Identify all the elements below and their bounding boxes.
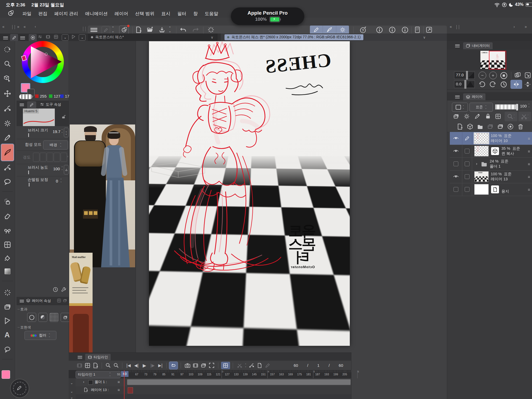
- balloon-tool-icon[interactable]: [4, 346, 11, 353]
- cel-mark-icon[interactable]: [207, 363, 215, 368]
- text-tool-icon[interactable]: A: [5, 331, 10, 339]
- draft-layer-icon[interactable]: [474, 113, 480, 119]
- layer-opacity-spinner[interactable]: ⌃⌄: [528, 104, 530, 107]
- playhead-line[interactable]: [124, 370, 124, 399]
- subview-collapse-chevron[interactable]: ⌄: [79, 34, 86, 41]
- density-value[interactable]: 100: [53, 167, 60, 171]
- navigator-view-rect[interactable]: [489, 51, 506, 69]
- color-slider-tab-icon[interactable]: [38, 35, 42, 39]
- density-source-icon[interactable]: [64, 165, 69, 174]
- info-icon-3[interactable]: [401, 26, 409, 34]
- tool-property-menu-icon[interactable]: [20, 103, 24, 107]
- menu-layer[interactable]: 레이어: [115, 11, 128, 17]
- redo-icon[interactable]: [192, 26, 199, 33]
- onion-skin-icon[interactable]: [200, 363, 207, 368]
- layer-drag-handle[interactable]: ≡: [528, 149, 530, 153]
- render-frame-button[interactable]: [221, 362, 230, 369]
- brush-preview-tab-icon[interactable]: [27, 101, 36, 108]
- fullscreen-icon[interactable]: [426, 26, 433, 33]
- density-spinner[interactable]: ⌃⌄: [61, 167, 63, 170]
- edge-keyboard-icon[interactable]: [414, 26, 421, 34]
- add-cut-icon[interactable]: [92, 363, 99, 368]
- timeline-tab[interactable]: 타임라인: [85, 354, 111, 360]
- csp-logo-icon[interactable]: [7, 10, 14, 16]
- cut-tool-spinner[interactable]: ⌃⌄: [245, 364, 247, 367]
- select-launcher-icon[interactable]: [4, 46, 11, 53]
- right-collapse-icon[interactable]: «: [450, 24, 452, 29]
- track-drag-handle[interactable]: ≡: [118, 388, 120, 392]
- clip-studio-icon[interactable]: [119, 26, 129, 35]
- flip-horizontal-button[interactable]: [510, 80, 522, 89]
- layer-drag-handle[interactable]: ≡: [528, 136, 530, 141]
- rotate-value-box[interactable]: 0.0: [454, 81, 475, 88]
- new-vector-layer-icon[interactable]: [467, 123, 473, 130]
- info-icon-2[interactable]: [389, 26, 396, 34]
- layer-row-1[interactable]: 100 % 표준레이어 10 ≡: [450, 132, 532, 145]
- lock-transparent-icon[interactable]: [495, 113, 501, 119]
- track-drag-handle[interactable]: ≡: [118, 380, 120, 384]
- info-icon-1[interactable]: [376, 26, 383, 34]
- snap-grid-icon[interactable]: [336, 26, 349, 34]
- hardness-step-5[interactable]: [61, 153, 67, 162]
- navigator-menu-icon[interactable]: [455, 44, 460, 48]
- layer-checkbox[interactable]: [465, 149, 469, 153]
- saturated-lines-tool-icon[interactable]: [4, 289, 11, 296]
- save-chevrons-icon[interactable]: ⌃⌄: [169, 26, 171, 33]
- menu-page-manage[interactable]: 페이지 관리: [54, 11, 78, 17]
- layer-property-tab-label[interactable]: 레이어 속성: [32, 298, 51, 303]
- color-set-tab-icon[interactable]: [46, 35, 50, 39]
- navigator-tab[interactable]: 내비게이터: [463, 42, 493, 49]
- menu-window[interactable]: 창: [193, 11, 198, 17]
- flag-tool-icon[interactable]: [4, 317, 11, 325]
- zoom-reset-icon[interactable]: [500, 72, 508, 80]
- timeline-zoom-in-icon[interactable]: [112, 363, 120, 368]
- reference-layer-icon[interactable]: [464, 113, 470, 119]
- track-add-icon[interactable]: [84, 388, 88, 392]
- fill-tool-icon[interactable]: [4, 255, 11, 262]
- undo-icon[interactable]: [180, 26, 187, 33]
- move-tool-icon[interactable]: [4, 90, 11, 97]
- new-cel-icon[interactable]: [184, 363, 192, 368]
- layer-checkbox[interactable]: [465, 161, 469, 166]
- menu-edit[interactable]: 편집: [38, 11, 47, 17]
- toolbar-menu-icon[interactable]: [90, 27, 97, 33]
- blend-mode-dropdown[interactable]: 배경 ⌃⌄: [43, 140, 68, 149]
- track-row-folder[interactable]: › 폴더 1 : ≡: [76, 378, 351, 386]
- hardness-step-3[interactable]: [47, 153, 53, 162]
- playhead-frame-badge[interactable]: 60: [121, 371, 128, 377]
- delete-layer-icon[interactable]: [517, 123, 524, 130]
- layer-row-4[interactable]: CHESS 100 % 표준레이어 13 ≡: [450, 170, 532, 183]
- subview-image-tab-icon[interactable]: [71, 35, 76, 39]
- go-end-icon[interactable]: ▶|: [156, 363, 164, 368]
- timeline-menu-icon[interactable]: [78, 355, 82, 359]
- layer-property-alt-tab-2[interactable]: [63, 298, 67, 303]
- layers-tab[interactable]: 레이어: [463, 93, 485, 100]
- toolbar-chevrons-icon[interactable]: ⌃⌄: [112, 26, 114, 33]
- help-icon[interactable]: [360, 26, 367, 34]
- layer-row-3[interactable]: › 24 % 표준폴더 1 ≡: [450, 157, 532, 171]
- menu-view[interactable]: 표시: [161, 11, 170, 17]
- speech-bubble-tool-icon[interactable]: [4, 178, 11, 186]
- reset-tool-icon[interactable]: [53, 287, 58, 292]
- rotate-right-icon[interactable]: [489, 81, 496, 88]
- magic-wand-tool-icon[interactable]: [4, 120, 11, 127]
- pencil-link-icon[interactable]: [102, 26, 110, 34]
- airbrush-tool-icon[interactable]: [4, 198, 11, 205]
- reset-rotation-icon[interactable]: [500, 81, 507, 88]
- lock-layer-icon[interactable]: [485, 113, 491, 119]
- hardness-step-4[interactable]: [54, 153, 60, 162]
- layer-checkbox[interactable]: [465, 187, 469, 192]
- keyframe-icon[interactable]: [248, 363, 256, 368]
- tool-palette-menu-icon[interactable]: [3, 36, 8, 40]
- collapse-panel-icon[interactable]: «: [23, 24, 26, 29]
- reference-photo[interactable]: [70, 124, 135, 267]
- hardness-more-icon[interactable]: ›: [67, 154, 68, 158]
- brush-size-value[interactable]: 19.7: [53, 129, 60, 134]
- layer-property-alt-tab-1[interactable]: [57, 298, 61, 303]
- brush-size-spinner[interactable]: ⌃⌄: [61, 129, 63, 133]
- layers-menu-icon[interactable]: [455, 95, 460, 99]
- graph-editor-icon[interactable]: [256, 363, 264, 368]
- timeline-list-icon[interactable]: [84, 363, 92, 368]
- prev-frame-icon[interactable]: ◀|: [132, 363, 140, 368]
- expression-dropdown[interactable]: 컬러 ⌃⌄: [24, 331, 56, 340]
